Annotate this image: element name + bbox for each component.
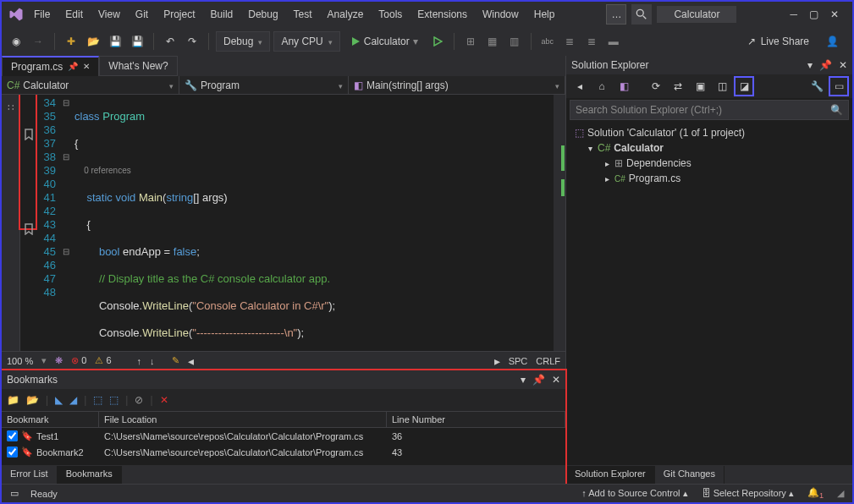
save-all-button[interactable]: 💾 — [128, 32, 146, 51]
code-nav-bar: C#Calculator 🔧Program ◧Main(string[] arg… — [2, 76, 565, 95]
se-solution-node[interactable]: ⬚Solution 'Calculator' (1 of 1 project) — [571, 125, 847, 140]
live-share-icon: ↗ — [747, 36, 756, 47]
main-toolbar: ◉ → ✚ 📂 💾 💾 ↶ ↷ Debug Any CPU Calculator… — [2, 27, 852, 56]
se-search-input[interactable]: Search Solution Explorer (Ctrl+;) 🔍 — [570, 100, 849, 120]
menu-build[interactable]: Build — [204, 5, 240, 24]
menu-project[interactable]: Project — [157, 5, 201, 24]
error-indicator[interactable]: ⊗ 0 — [71, 355, 86, 366]
se-sync-icon[interactable]: ⇄ — [669, 78, 686, 95]
live-share-button[interactable]: Live Share — [761, 36, 809, 47]
se-title: Solution Explorer — [571, 59, 807, 71]
menu-test[interactable]: Test — [287, 5, 319, 24]
menu-debug[interactable]: Debug — [241, 5, 284, 24]
health-icon[interactable]: ❋ — [55, 355, 63, 366]
nav-back-button[interactable]: ◉ — [7, 32, 25, 51]
bookmark-icon[interactable] — [23, 223, 35, 235]
platform-dropdown[interactable]: Any CPU — [273, 31, 339, 52]
line-numbers: 343536373839404142434445464748 — [37, 95, 63, 351]
se-refresh-icon[interactable]: ⟳ — [647, 78, 664, 95]
run-no-debug-button[interactable] — [428, 32, 447, 51]
select-repository[interactable]: 🗄 Select Repository ▴ — [702, 488, 794, 499]
tab-pin-icon[interactable]: 📌 — [68, 62, 78, 71]
tb-abc-icon[interactable]: abc — [538, 32, 557, 51]
menu-help[interactable]: Help — [527, 5, 562, 24]
tab-close-icon[interactable]: ✕ — [83, 62, 90, 71]
tb-icon-3[interactable]: ▥ — [505, 32, 524, 51]
se-project-node[interactable]: C#Calculator — [571, 140, 847, 156]
notifications-icon[interactable]: 🔔1 — [807, 487, 824, 500]
indent-mode[interactable]: SPC — [509, 356, 528, 366]
se-file-node[interactable]: C#Program.cs — [571, 171, 847, 186]
svg-point-0 — [637, 9, 644, 16]
se-close-icon[interactable]: ✕ — [839, 59, 847, 71]
se-collapse-icon[interactable]: ▣ — [691, 78, 708, 95]
add-source-control[interactable]: ↑ Add to Source Control ▴ — [581, 488, 687, 499]
bookmark-icon[interactable] — [23, 129, 35, 140]
tb-comment-icon[interactable]: ▬ — [604, 32, 623, 51]
menu-git[interactable]: Git — [129, 5, 155, 24]
svg-line-1 — [643, 16, 647, 19]
status-ready: Ready — [30, 489, 58, 499]
nav-project[interactable]: C#Calculator — [2, 76, 179, 94]
nav-method[interactable]: ◧Main(string[] args) — [349, 76, 565, 94]
tb-outdent-icon[interactable]: ≣ — [582, 32, 601, 51]
more-button[interactable]: … — [606, 4, 626, 25]
se-home-icon[interactable]: ⌂ — [593, 78, 610, 95]
tb-icon-2[interactable]: ▦ — [483, 32, 502, 51]
minimize-button[interactable]: ─ — [790, 8, 797, 20]
save-button[interactable]: 💾 — [106, 32, 124, 51]
maximize-button[interactable]: ▢ — [809, 8, 818, 20]
redo-button[interactable]: ↷ — [183, 32, 201, 51]
run-button[interactable]: Calculator▾ — [344, 31, 425, 52]
config-dropdown[interactable]: Debug — [216, 31, 270, 52]
app-title: Calculator — [657, 6, 736, 23]
code-editor[interactable]: ∷ 343536373839404142434445464748 ⊟⊟⊟ cla… — [2, 95, 565, 351]
account-icon[interactable]: 👤 — [826, 36, 839, 47]
menu-extensions[interactable]: Extensions — [410, 5, 474, 24]
menu-tools[interactable]: Tools — [372, 5, 409, 24]
tab-git-changes[interactable]: Git Changes — [655, 466, 725, 484]
close-button[interactable]: ✕ — [830, 8, 839, 20]
editor-status-bar: 100 % ▾ ❋ ⊗ 0 ⚠ 6 ↑↓ ✎ ◂ ▸ SPC CRLF — [2, 351, 565, 370]
zoom-level[interactable]: 100 % — [7, 356, 33, 366]
menu-edit[interactable]: Edit — [58, 5, 90, 24]
perf-icon[interactable]: ◢ — [837, 488, 844, 499]
tab-whats-new[interactable]: What's New? — [99, 56, 177, 76]
document-tabs: Program.cs 📌 ✕ What's New? — [2, 56, 565, 76]
nav-class[interactable]: 🔧Program — [179, 76, 349, 94]
code-area[interactable]: class Program { 0 references static void… — [74, 95, 554, 351]
se-toolbar: ◂ ⌂ ◧ ⟳ ⇄ ▣ ◫ ◪ 🔧 ▭ — [566, 74, 852, 98]
se-preview-toggle-icon[interactable]: ▭ — [830, 78, 847, 95]
open-button[interactable]: 📂 — [84, 32, 102, 51]
tb-indent-icon[interactable]: ≣ — [560, 32, 579, 51]
se-menu-icon[interactable]: ▾ — [807, 59, 813, 71]
tab-program-cs[interactable]: Program.cs 📌 ✕ — [2, 56, 99, 77]
solution-explorer: Solution Explorer ▾ 📌 ✕ ◂ ⌂ ◧ ⟳ ⇄ ▣ ◫ ◪ … — [565, 56, 852, 484]
se-back-icon[interactable]: ◂ — [571, 78, 588, 95]
bookmark-margin[interactable] — [20, 95, 37, 351]
menu-analyze[interactable]: Analyze — [321, 5, 371, 24]
scroll-map[interactable] — [554, 95, 565, 351]
warning-indicator[interactable]: ⚠ 6 — [95, 355, 111, 366]
se-switch-icon[interactable]: ◧ — [615, 78, 632, 95]
fold-column[interactable]: ⊟⊟⊟ — [63, 95, 74, 351]
tool-icon[interactable]: ∷ — [8, 101, 14, 113]
new-item-button[interactable]: ✚ — [62, 32, 80, 51]
se-deps-node[interactable]: ⊞Dependencies — [571, 156, 847, 171]
se-showall-icon[interactable]: ◫ — [714, 78, 730, 95]
se-pin-icon[interactable]: 📌 — [819, 59, 832, 71]
nav-fwd-button[interactable]: → — [29, 32, 47, 51]
output-icon[interactable]: ▭ — [10, 488, 19, 499]
menu-view[interactable]: View — [91, 5, 127, 24]
line-ending[interactable]: CRLF — [536, 356, 560, 366]
tb-icon-1[interactable]: ⊞ — [461, 32, 480, 51]
vertical-toolbar: ∷ — [2, 95, 20, 351]
search-button[interactable] — [631, 4, 652, 25]
menu-file[interactable]: File — [27, 5, 57, 24]
tab-solution-explorer[interactable]: Solution Explorer — [566, 466, 655, 484]
se-preview-icon[interactable]: ◪ — [736, 78, 752, 95]
undo-button[interactable]: ↶ — [161, 32, 179, 51]
se-props-icon[interactable]: 🔧 — [808, 78, 825, 95]
menu-window[interactable]: Window — [476, 5, 526, 24]
se-tree[interactable]: ⬚Solution 'Calculator' (1 of 1 project) … — [566, 122, 852, 189]
